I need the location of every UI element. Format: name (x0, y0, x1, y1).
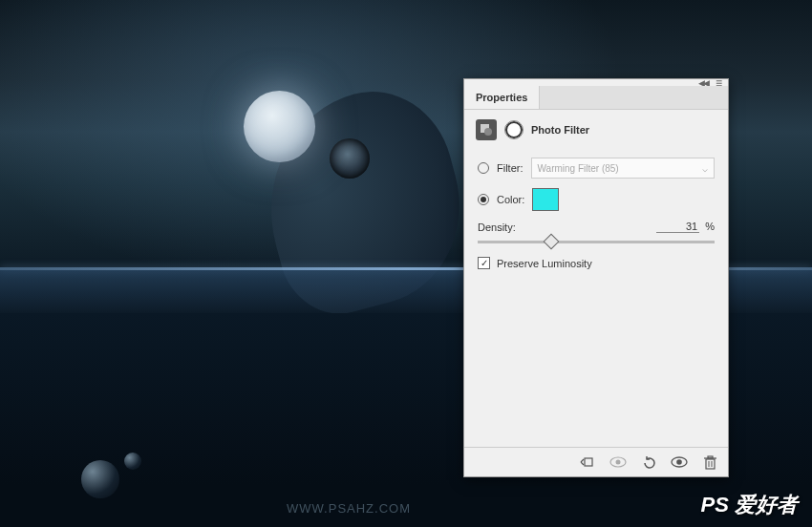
moon (244, 91, 315, 162)
panel-tabs: Properties (464, 86, 728, 110)
filter-row: Filter: Warming Filter (85) ⌵ (478, 158, 715, 179)
filter-radio[interactable] (478, 162, 489, 174)
density-unit: % (705, 221, 715, 233)
properties-panel: ◀◀ ≡ Properties Photo Filter Filter: War… (463, 78, 729, 477)
svg-rect-2 (585, 458, 592, 466)
watermark-brand: PS 爱好者 (701, 491, 798, 519)
svg-point-1 (484, 128, 492, 136)
preserve-checkbox[interactable]: ✓ (478, 257, 490, 269)
color-swatch[interactable] (532, 188, 559, 211)
slider-thumb[interactable] (543, 234, 559, 250)
fish-eye (330, 138, 370, 179)
chevron-down-icon: ⌵ (702, 163, 708, 174)
panel-title: Photo Filter (531, 124, 589, 136)
bubble (124, 453, 141, 470)
density-row: Density: 31 % (478, 221, 715, 243)
panel-header: Photo Filter (464, 110, 728, 150)
svg-rect-9 (708, 456, 713, 458)
density-label: Density: (478, 221, 516, 233)
svg-point-4 (616, 460, 621, 465)
adjustment-icon[interactable] (476, 119, 497, 140)
bubble (81, 460, 119, 498)
filter-select[interactable]: Warming Filter (85) ⌵ (531, 158, 716, 179)
panel-body: Filter: Warming Filter (85) ⌵ Color: Den… (464, 150, 728, 447)
density-slider[interactable] (478, 241, 715, 243)
density-value[interactable]: 31 (656, 221, 699, 233)
visibility-icon[interactable] (671, 454, 688, 470)
trash-icon[interactable] (701, 454, 718, 470)
color-label: Color: (497, 194, 524, 205)
panel-topbar: ◀◀ ≡ (464, 79, 728, 85)
clip-to-layer-icon[interactable] (579, 454, 596, 470)
color-radio[interactable] (478, 194, 489, 205)
svg-rect-7 (706, 459, 715, 469)
mask-icon[interactable] (504, 120, 524, 139)
filter-label: Filter: (497, 162, 524, 174)
svg-point-6 (676, 459, 682, 465)
panel-footer (464, 447, 728, 476)
watermark-url: WWW.PSAHZ.COM (287, 501, 411, 516)
preserve-label: Preserve Luminosity (497, 258, 592, 269)
filter-value: Warming Filter (85) (538, 163, 619, 174)
view-previous-icon[interactable] (609, 454, 627, 470)
preserve-row: ✓ Preserve Luminosity (478, 257, 715, 269)
color-row: Color: (478, 188, 715, 211)
reset-icon[interactable] (640, 454, 657, 470)
tab-properties[interactable]: Properties (464, 86, 540, 109)
